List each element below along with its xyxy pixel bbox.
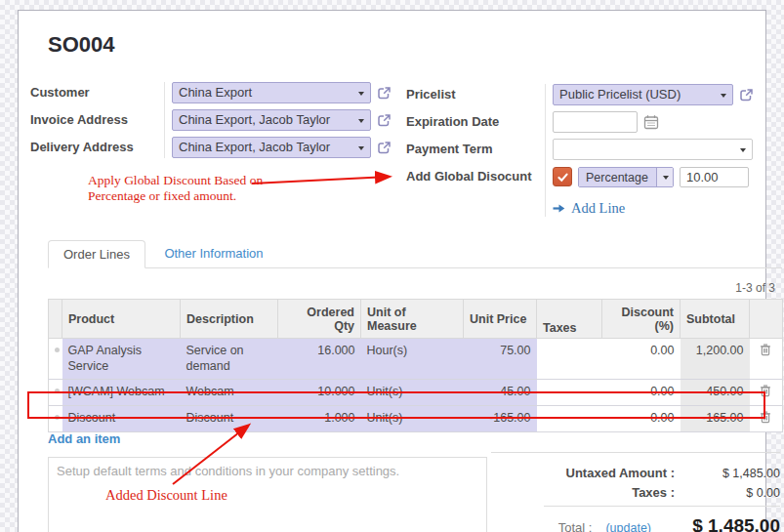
notebook-tabs: Order Lines Other Information (48, 240, 782, 268)
col-discount: Discount (%) (602, 300, 681, 339)
discount-amount-input[interactable] (680, 167, 749, 187)
order-line-row: [WCAM] Webcam Webcam 10.000 Unit(s) 45.0… (49, 380, 783, 406)
form-left-group: Customer China Export Invoice Address Ch… (30, 82, 401, 158)
payment-term-select[interactable] (553, 139, 753, 160)
screenshot-root: SO004 Customer China Export Invoice Addr… (0, 0, 784, 532)
add-line-link[interactable]: Add Line (553, 200, 625, 217)
cell-unit-price[interactable]: 45.00 (464, 380, 537, 406)
calendar-icon[interactable] (643, 114, 659, 130)
expiration-date-label: Expiration Date (406, 111, 545, 129)
delivery-address-external-link-icon[interactable] (377, 141, 392, 155)
chevron-down-icon (358, 119, 364, 123)
cell-discount[interactable]: 0.00 (602, 339, 681, 380)
customer-select[interactable]: China Export (172, 82, 371, 103)
cell-uom[interactable]: Unit(s) (361, 406, 464, 432)
discount-method-dropdown-button[interactable] (656, 168, 673, 186)
total-row: Total : (update) $ 1,485.00 (491, 507, 780, 532)
cell-description[interactable]: Webcam (181, 380, 278, 406)
cell-description[interactable]: Discount (181, 406, 278, 432)
cell-discount[interactable]: 0.00 (602, 380, 681, 406)
order-lines-table: Product Description Ordered Qty Unit of … (48, 299, 783, 432)
tab-order-lines[interactable]: Order Lines (48, 240, 145, 268)
sale-order-card: SO004 Customer China Export Invoice Addr… (18, 10, 766, 532)
terms-conditions-textarea[interactable] (48, 457, 487, 532)
expiration-date-row: Expiration Date (406, 111, 769, 133)
pricelist-external-link-icon[interactable] (739, 88, 754, 102)
untaxed-amount-value: $ 1,485.00 (675, 467, 780, 480)
expiration-date-input[interactable] (553, 111, 638, 133)
trash-icon (760, 410, 771, 424)
cell-taxes[interactable] (537, 380, 602, 406)
delivery-address-select[interactable]: China Export, Jacob Taylor (172, 137, 371, 158)
form-right-separator (545, 84, 546, 217)
col-ordered-qty: Ordered Qty (278, 300, 361, 339)
customer-row: Customer China Export (30, 82, 401, 103)
trash-icon (760, 384, 771, 397)
list-pager: 1-3 of 3 (48, 281, 775, 295)
invoice-address-select[interactable]: China Export, Jacob Taylor (172, 109, 371, 131)
row-drag-handle[interactable] (55, 348, 60, 352)
checkmark-icon (557, 171, 569, 184)
col-unit-price: Unit Price (464, 300, 537, 339)
global-discount-row: Add Global Disocunt Percentage (406, 166, 769, 187)
invoice-address-row: Invoice Address China Export, Jacob Tayl… (30, 109, 401, 131)
col-product: Product (62, 300, 181, 339)
cell-subtotal: 450.00 (681, 380, 750, 406)
delete-row-button[interactable] (750, 339, 783, 380)
taxes-row: Taxes : $ 0.00 (491, 485, 780, 500)
col-unit-of-measure: Unit of Measure (361, 300, 464, 339)
handle-column-header (49, 300, 62, 339)
payment-term-label: Payment Term (406, 139, 545, 156)
pricelist-select[interactable]: Public Pricelist (USD) (553, 84, 733, 105)
cell-taxes[interactable] (537, 406, 602, 432)
trash-icon (760, 343, 771, 356)
total-label: Total : (558, 520, 593, 532)
delete-column-header (750, 300, 783, 339)
cell-uom[interactable]: Hour(s) (361, 339, 464, 380)
untaxed-amount-label: Untaxed Amount : (491, 466, 675, 480)
total-update-link[interactable]: (update) (605, 521, 651, 532)
row-drag-handle[interactable] (55, 415, 60, 420)
untaxed-amount-row: Untaxed Amount : $ 1,485.00 (491, 466, 780, 480)
cell-qty[interactable]: 10.000 (278, 380, 361, 406)
add-an-item-link[interactable]: Add an item (48, 431, 120, 446)
cell-unit-price[interactable]: 75.00 (464, 339, 537, 380)
total-value: $ 1,485.00 (667, 515, 780, 532)
cell-qty[interactable]: 16.000 (278, 339, 361, 380)
delete-row-button[interactable] (750, 380, 783, 406)
add-line-row: Add Line (406, 193, 769, 217)
tab-other-information[interactable]: Other Information (149, 240, 277, 268)
page-title: SO004 (48, 32, 115, 58)
totals-block: Untaxed Amount : $ 1,485.00 Taxes : $ 0.… (491, 452, 780, 532)
cell-taxes[interactable] (537, 339, 602, 380)
customer-external-link-icon[interactable] (377, 86, 392, 101)
invoice-address-external-link-icon[interactable] (377, 113, 392, 128)
discount-line-row: Discount Discount 1.000 Unit(s) -165.00 … (49, 406, 783, 432)
pricelist-label: Pricelist (406, 84, 545, 102)
cell-description[interactable]: Service on demand (181, 339, 278, 380)
col-taxes: Taxes (537, 300, 602, 339)
delivery-address-row: Delivery Address China Export, Jacob Tay… (30, 137, 401, 158)
global-discount-label: Add Global Disocunt (406, 166, 545, 184)
chevron-down-icon (740, 148, 746, 152)
cell-uom[interactable]: Unit(s) (361, 380, 464, 406)
global-discount-checkbox[interactable] (553, 167, 572, 186)
cell-product[interactable]: [WCAM] Webcam (62, 380, 181, 406)
cell-product[interactable]: Discount (62, 406, 181, 432)
discount-method-select[interactable]: Percentage (578, 167, 674, 187)
cell-discount[interactable]: 0.00 (602, 406, 681, 432)
cell-unit-price[interactable]: -165.00 (464, 406, 537, 432)
cell-qty[interactable]: 1.000 (278, 406, 361, 432)
invoice-address-label: Invoice Address (30, 109, 164, 127)
customer-label: Customer (30, 82, 164, 100)
chevron-down-icon (358, 92, 364, 96)
cell-subtotal: -165.00 (681, 406, 750, 432)
order-line-row: GAP Analysis Service Service on demand 1… (49, 339, 783, 380)
form-right-group: Pricelist Public Pricelist (USD) Expirat… (406, 84, 769, 217)
col-description: Description (181, 300, 278, 339)
cell-product[interactable]: GAP Analysis Service (62, 339, 181, 380)
delete-row-button[interactable] (750, 406, 783, 432)
delivery-address-label: Delivery Address (30, 137, 164, 154)
arrow-right-icon (553, 203, 565, 214)
row-drag-handle[interactable] (55, 389, 60, 393)
